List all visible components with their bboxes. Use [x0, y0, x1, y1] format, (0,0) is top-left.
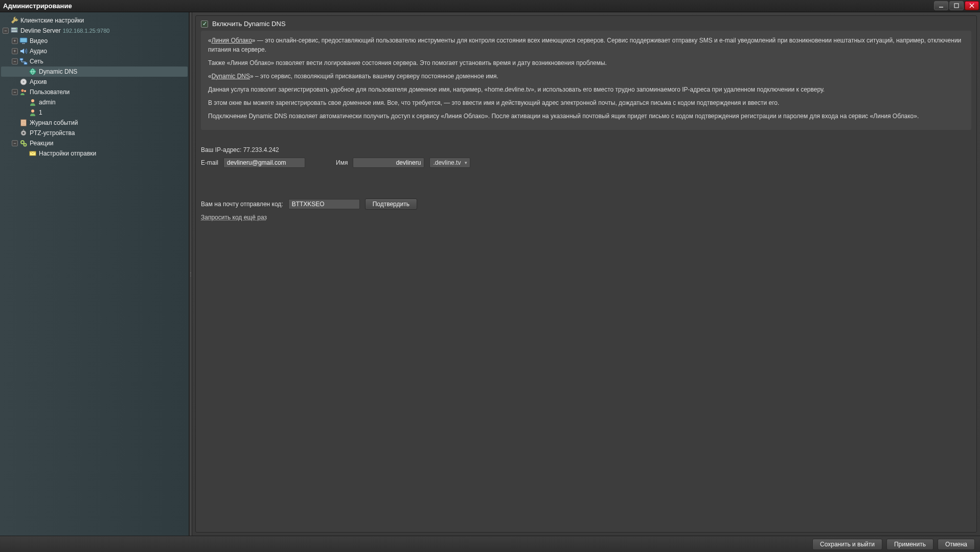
svg-rect-9 — [20, 58, 23, 60]
enable-ddns-label: Включить Dynamic DNS — [212, 20, 286, 28]
tree-server[interactable]: − Devline Server 192.168.1.25:9780 — [1, 26, 188, 36]
collapse-icon[interactable]: − — [3, 28, 9, 34]
name-input[interactable] — [353, 158, 424, 168]
link-cloud[interactable]: Линия Облако — [212, 37, 252, 44]
name-label: Имя — [336, 159, 348, 166]
footer: Сохранить и выйти Применить Отмена — [0, 536, 980, 552]
svg-point-13 — [23, 81, 25, 83]
log-icon — [19, 119, 28, 127]
collapse-icon[interactable]: − — [12, 58, 18, 64]
svg-point-14 — [21, 90, 24, 92]
tree-reactions[interactable]: − Реакции — [1, 138, 188, 148]
email-label: E-mail — [201, 159, 218, 166]
ip-line: Ваш IP-адрес: 77.233.4.242 — [201, 146, 971, 153]
disc-icon — [19, 78, 28, 86]
cancel-button[interactable]: Отмена — [938, 539, 975, 550]
svg-rect-8 — [22, 43, 25, 44]
apply-button[interactable]: Применить — [886, 539, 933, 550]
tree-network[interactable]: − Сеть — [1, 56, 188, 67]
svg-point-23 — [22, 132, 25, 134]
wrench-icon — [10, 16, 18, 25]
svg-rect-7 — [20, 38, 27, 42]
svg-point-26 — [24, 144, 27, 146]
tree-audio[interactable]: + Аудио — [1, 46, 188, 56]
sidebar: Клиентские настройки − Devline Server 19… — [0, 12, 189, 536]
enable-ddns-checkbox[interactable] — [201, 20, 208, 28]
user-icon — [29, 108, 37, 117]
expand-icon[interactable]: + — [12, 38, 18, 44]
tree-ptz[interactable]: PTZ-устройства — [1, 128, 188, 138]
gears-icon — [19, 139, 28, 147]
email-input[interactable] — [223, 158, 305, 168]
tree-reactions-send[interactable]: Настройки отправки — [1, 148, 188, 159]
ip-value: 77.233.4.242 — [243, 146, 279, 153]
titlebar: Администрирование — [0, 0, 980, 12]
svg-point-17 — [31, 109, 34, 113]
link-ddns[interactable]: Dynamic DNS — [212, 73, 250, 80]
tree-user-1[interactable]: 1 — [1, 107, 188, 118]
svg-point-6 — [16, 28, 17, 29]
camera-icon — [19, 129, 28, 137]
users-icon — [19, 88, 28, 96]
content-panel: Включить Dynamic DNS «Линия Облако» — эт… — [195, 15, 977, 533]
resend-code-link[interactable]: Запросить код ещё раз — [201, 214, 267, 221]
envelope-icon — [29, 149, 37, 158]
confirm-button[interactable]: Подтвердить — [365, 198, 417, 210]
minimize-button[interactable] — [934, 1, 948, 10]
tree-archive[interactable]: Архив — [1, 77, 188, 87]
globe-icon — [29, 68, 37, 76]
server-icon — [10, 27, 18, 35]
svg-point-25 — [21, 141, 24, 144]
svg-rect-1 — [954, 4, 959, 8]
svg-rect-10 — [24, 62, 27, 64]
domain-suffix-select[interactable]: .devline.tv — [429, 158, 470, 168]
code-input[interactable] — [288, 199, 360, 209]
collapse-icon[interactable]: − — [12, 89, 18, 95]
tree-client-settings[interactable]: Клиентские настройки — [1, 15, 188, 26]
save-exit-button[interactable]: Сохранить и выйти — [812, 539, 882, 550]
svg-rect-24 — [23, 129, 24, 130]
tree-event-log[interactable]: Журнал событий — [1, 118, 188, 128]
expand-icon[interactable]: + — [12, 48, 18, 54]
collapse-icon[interactable]: − — [12, 140, 18, 146]
close-button[interactable] — [965, 1, 979, 10]
tree-dynamic-dns[interactable]: Dynamic DNS — [1, 67, 188, 77]
tree-users[interactable]: − Пользователи — [1, 87, 188, 97]
svg-point-16 — [31, 99, 34, 102]
monitor-icon — [19, 37, 28, 45]
maximize-button[interactable] — [949, 1, 964, 10]
speaker-icon — [19, 47, 28, 55]
description-box: «Линия Облако» — это онлайн-сервис, пред… — [201, 31, 971, 130]
code-sent-label: Вам на почту отправлен код: — [201, 201, 283, 208]
user-icon — [29, 98, 37, 106]
svg-rect-5 — [11, 30, 17, 32]
window-title: Администрирование — [3, 2, 934, 10]
network-icon — [19, 57, 28, 65]
tree-video[interactable]: + Видео — [1, 36, 188, 46]
tree-user-admin[interactable]: admin — [1, 97, 188, 107]
svg-point-15 — [24, 90, 26, 92]
